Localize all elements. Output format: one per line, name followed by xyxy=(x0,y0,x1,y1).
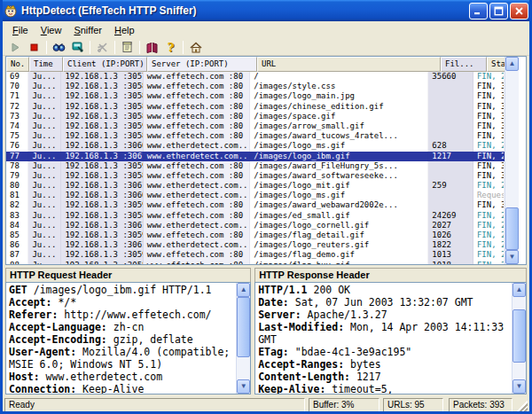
menu-help[interactable]: Help xyxy=(108,23,141,37)
table-cell: 192.168.1.3 :3059 xyxy=(61,121,143,131)
table-cell: /images/flag_buy.gif xyxy=(250,261,428,264)
table-cell: /images/space.gif xyxy=(250,112,428,121)
table-cell: 192.168.1.3 :3058 xyxy=(61,261,143,264)
homepage-button[interactable] xyxy=(186,40,205,55)
menu-sniffer[interactable]: Sniffer xyxy=(67,23,108,37)
table-row[interactable]: 79Ju...192.168.1.3 :3058www.effetech.com… xyxy=(6,171,505,181)
table-row[interactable]: 77Ju...192.168.1.3 :3061www.etherdetect.… xyxy=(6,152,505,161)
table-cell xyxy=(428,102,473,112)
book-icon xyxy=(145,42,159,53)
table-row[interactable]: 84Ju...192.168.1.3 :3061www.etherdetect.… xyxy=(6,221,505,230)
table-cell: 192.168.1.3 :3058 xyxy=(61,112,143,121)
table-cell: FIN, 200 xyxy=(473,181,505,191)
scroll-down-button[interactable]: ▼ xyxy=(512,379,526,394)
table-cell: Ju... xyxy=(28,171,61,181)
table-row[interactable]: 86Ju...192.168.1.3 :3061www.etherdetect.… xyxy=(6,240,505,250)
table-vertical-scrollbar[interactable]: ▲ ▼ xyxy=(505,57,519,264)
filter-button[interactable] xyxy=(68,40,87,55)
table-cell: www.effetech.com :80 xyxy=(144,72,251,82)
table-cell: 192.168.1.3 :3058 xyxy=(61,91,143,101)
table-cell: Requested xyxy=(473,191,505,200)
col-header-file[interactable]: Fil... xyxy=(441,57,487,72)
table-cell: www.effetech.com :80 xyxy=(144,102,251,112)
about-button[interactable]: ? xyxy=(161,40,180,55)
scroll-thumb[interactable] xyxy=(237,297,250,357)
clear-button[interactable] xyxy=(93,40,112,55)
table-row[interactable]: 75Ju...192.168.1.3 :3058www.effetech.com… xyxy=(6,131,505,141)
table-row[interactable]: 80Ju...192.168.1.3 :3061www.etherdetect.… xyxy=(6,181,505,191)
table-cell: 1026 xyxy=(428,230,473,240)
table-row[interactable]: 73Ju...192.168.1.3 :3058www.effetech.com… xyxy=(6,112,505,121)
scroll-track[interactable] xyxy=(237,297,250,379)
response-scrollbar[interactable]: ▲ ▼ xyxy=(512,283,526,394)
table-row[interactable]: 78Ju...192.168.1.3 :3059www.effetech.com… xyxy=(6,161,505,171)
table-row[interactable]: 71Ju...192.168.1.3 :3058www.effetech.com… xyxy=(6,91,505,101)
table-cell: 1013 xyxy=(428,250,473,260)
table-cell: 75 xyxy=(6,131,28,141)
maximize-button[interactable] xyxy=(489,3,508,20)
table-cell: www.etherdetect.com... xyxy=(144,152,251,161)
request-scrollbar[interactable]: ▲ ▼ xyxy=(236,283,250,394)
find-button[interactable] xyxy=(50,40,68,55)
table-row[interactable]: 72Ju...192.168.1.3 :3058www.effetech.com… xyxy=(6,102,505,112)
view-log-button[interactable] xyxy=(118,40,137,55)
table-row[interactable]: 81Ju...192.168.1.3 :3060www.etherdetect.… xyxy=(6,191,505,200)
table-cell: www.effetech.com :80 xyxy=(144,250,251,260)
col-header-no[interactable]: No. xyxy=(6,57,29,72)
header-line: MSIE 6.0; Windows NT 5.1) xyxy=(9,358,236,371)
scroll-thumb[interactable] xyxy=(505,207,519,250)
status-bar: Ready Buffer: 3% URLs: 95 Packets: 393 xyxy=(3,397,529,414)
table-row[interactable]: 83Ju...192.168.1.3 :3058www.effetech.com… xyxy=(6,211,505,221)
title-bar[interactable]: HttpDetect (EffeTech HTTP Sniffer) xyxy=(0,0,532,21)
table-row[interactable]: 85Ju...192.168.1.3 :3059www.effetech.com… xyxy=(6,230,505,240)
table-cell: FIN, 304 xyxy=(473,131,505,141)
table-cell: 74 xyxy=(6,121,28,131)
scroll-up-button[interactable]: ▲ xyxy=(237,283,250,297)
table-cell: Ju... xyxy=(28,141,61,151)
scroll-up-button[interactable]: ▲ xyxy=(512,283,526,297)
header-line: Accept-Ranges: bytes xyxy=(258,358,512,371)
table-cell: FIN, 304 xyxy=(473,91,505,101)
table-cell: Ju... xyxy=(28,261,61,264)
menu-view[interactable]: View xyxy=(35,23,68,37)
stop-capture-button[interactable] xyxy=(25,40,43,55)
table-cell: 81 xyxy=(6,191,28,200)
table-cell: 72 xyxy=(6,102,28,112)
request-panel-title: HTTP Request Header xyxy=(5,268,251,282)
minimize-button[interactable] xyxy=(469,3,488,20)
table-row[interactable]: 69Ju...192.168.1.3 :3057www.effetech.com… xyxy=(6,72,505,82)
col-header-time[interactable]: Time xyxy=(29,57,63,72)
header-line: ETag: "bdae-4c1-3e9ac195" xyxy=(258,346,512,358)
scroll-down-button[interactable]: ▼ xyxy=(237,379,250,394)
scroll-track[interactable] xyxy=(505,71,519,250)
table-cell: /images/flag_detail.gif xyxy=(250,230,428,240)
scroll-thumb[interactable] xyxy=(512,309,526,363)
menu-bar: File View Sniffer Help xyxy=(3,21,529,39)
help-contents-button[interactable] xyxy=(143,40,161,55)
close-button[interactable] xyxy=(510,3,528,20)
table-cell: 1217 xyxy=(428,152,473,161)
table-row[interactable]: 88Ju...192.168.1.3 :3058www.effetech.com… xyxy=(6,261,505,264)
table-cell: 192.168.1.3 :3059 xyxy=(61,230,143,240)
scroll-down-button[interactable]: ▼ xyxy=(505,250,519,264)
scroll-track[interactable] xyxy=(512,297,526,379)
col-header-url[interactable]: URL xyxy=(257,57,441,72)
table-cell: 192.168.1.3 :3059 xyxy=(61,161,143,171)
table-row[interactable]: 82Ju...192.168.1.3 :3059www.effetech.com… xyxy=(6,200,505,210)
header-line: Content-Length: 1217 xyxy=(258,371,512,383)
table-row[interactable]: 76Ju...192.168.1.3 :3060www.etherdetect.… xyxy=(6,141,505,151)
col-header-client[interactable]: Client (IP:PORT) xyxy=(63,57,147,72)
table-row[interactable]: 87Ju...192.168.1.3 :3059www.effetech.com… xyxy=(6,250,505,260)
table-cell: www.effetech.com :80 xyxy=(144,121,251,131)
resize-grip[interactable] xyxy=(516,401,528,412)
table-cell: 84 xyxy=(6,221,28,230)
table-cell: FIN, 200 xyxy=(473,261,505,264)
table-cell: /images/logo_main.jpg xyxy=(250,91,428,101)
col-header-server[interactable]: Server (IP:PORT) xyxy=(147,57,257,72)
scroll-up-button[interactable]: ▲ xyxy=(505,57,519,71)
menu-file[interactable]: File xyxy=(6,23,35,37)
table-row[interactable]: 74Ju...192.168.1.3 :3059www.effetech.com… xyxy=(6,121,505,131)
col-header-status[interactable]: Status xyxy=(487,57,505,72)
table-row[interactable]: 70Ju...192.168.1.3 :3058www.effetech.com… xyxy=(6,82,505,91)
start-capture-button[interactable] xyxy=(6,40,25,55)
